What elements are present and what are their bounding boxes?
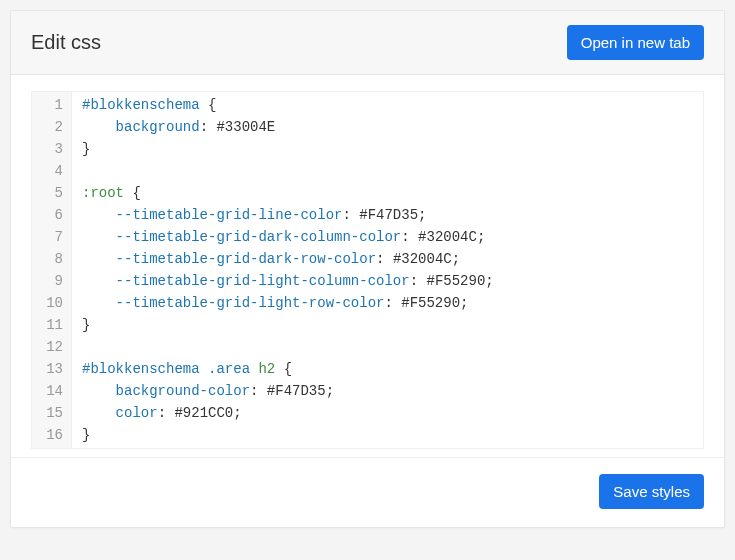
line-number: 1 (46, 94, 63, 116)
code-line[interactable]: color: #921CC0; (82, 402, 494, 424)
panel-title: Edit css (31, 31, 101, 54)
panel-footer: Save styles (11, 457, 724, 527)
code-area[interactable]: #blokkenschema { background: #33004E} :r… (72, 92, 504, 448)
edit-css-panel: Edit css Open in new tab 123456789101112… (10, 10, 725, 528)
code-line[interactable]: } (82, 424, 494, 446)
line-number: 11 (46, 314, 63, 336)
open-in-new-tab-button[interactable]: Open in new tab (567, 25, 704, 60)
line-number: 13 (46, 358, 63, 380)
line-number: 15 (46, 402, 63, 424)
line-number: 7 (46, 226, 63, 248)
code-line[interactable]: --timetable-grid-dark-column-color: #320… (82, 226, 494, 248)
code-line[interactable] (82, 336, 494, 358)
code-line[interactable]: } (82, 138, 494, 160)
code-line[interactable]: --timetable-grid-light-column-color: #F5… (82, 270, 494, 292)
code-line[interactable]: --timetable-grid-dark-row-color: #32004C… (82, 248, 494, 270)
code-line[interactable]: --timetable-grid-line-color: #F47D35; (82, 204, 494, 226)
code-line[interactable]: } (82, 314, 494, 336)
line-number: 12 (46, 336, 63, 358)
css-editor[interactable]: 12345678910111213141516 #blokkenschema {… (31, 91, 704, 449)
code-line[interactable]: #blokkenschema { (82, 94, 494, 116)
code-line[interactable]: background-color: #F47D35; (82, 380, 494, 402)
code-line[interactable]: :root { (82, 182, 494, 204)
line-number: 10 (46, 292, 63, 314)
code-line[interactable] (82, 160, 494, 182)
save-styles-button[interactable]: Save styles (599, 474, 704, 509)
line-number: 2 (46, 116, 63, 138)
line-number: 3 (46, 138, 63, 160)
code-line[interactable]: #blokkenschema .area h2 { (82, 358, 494, 380)
code-line[interactable]: --timetable-grid-light-row-color: #F5529… (82, 292, 494, 314)
line-number: 9 (46, 270, 63, 292)
line-number: 16 (46, 424, 63, 446)
line-number: 14 (46, 380, 63, 402)
line-number: 4 (46, 160, 63, 182)
code-line[interactable]: background: #33004E (82, 116, 494, 138)
line-number: 5 (46, 182, 63, 204)
panel-body: 12345678910111213141516 #blokkenschema {… (11, 75, 724, 457)
line-number: 8 (46, 248, 63, 270)
panel-header: Edit css Open in new tab (11, 11, 724, 75)
line-number-gutter: 12345678910111213141516 (32, 92, 72, 448)
line-number: 6 (46, 204, 63, 226)
